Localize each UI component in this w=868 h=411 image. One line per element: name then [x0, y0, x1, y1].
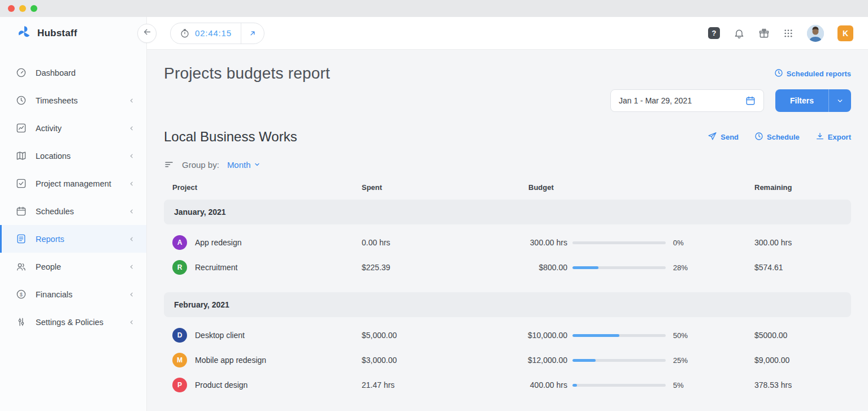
table-row: D Desktop client $5,000.00 $10,000.00 50… — [164, 323, 851, 348]
column-header-budget: Budget — [526, 183, 754, 192]
arrow-left-icon — [142, 27, 152, 39]
group-header: February, 2021 — [164, 292, 851, 317]
clock-icon — [15, 95, 27, 106]
map-icon — [15, 150, 27, 162]
sidebar: Hubstaff Dashboard Timesheets — [0, 17, 147, 411]
project-avatar: D — [172, 328, 187, 343]
clock-icon — [774, 68, 783, 79]
zoom-window-button[interactable] — [31, 5, 37, 12]
sidebar-item-financials[interactable]: $ Financials — [0, 280, 146, 308]
dollar-icon: $ — [15, 289, 27, 300]
window-titlebar — [0, 0, 868, 17]
group-by-dropdown[interactable]: Month — [227, 160, 261, 170]
open-timer-icon[interactable] — [241, 29, 264, 37]
budget-percent: 25% — [673, 356, 696, 365]
scheduled-reports-link[interactable]: Scheduled reports — [774, 68, 851, 79]
send-button[interactable]: Send — [708, 131, 739, 142]
sidebar-item-label: Project management — [36, 179, 127, 188]
app-window: Hubstaff Dashboard Timesheets — [0, 0, 868, 411]
reports-icon — [15, 233, 27, 245]
sidebar-item-people[interactable]: People — [0, 253, 146, 280]
column-header-project: Project — [172, 183, 362, 192]
workspace-badge[interactable]: K — [837, 25, 853, 41]
column-header-spent: Spent — [362, 183, 526, 192]
budget-value: 300.00 hrs — [526, 238, 567, 247]
remaining-value: 300.00 hrs — [754, 238, 851, 247]
project-name[interactable]: Recruitment — [195, 263, 237, 272]
chevron-left-icon — [127, 318, 136, 327]
calendar-icon — [15, 206, 27, 217]
sidebar-item-locations[interactable]: Locations — [0, 142, 146, 170]
settings-icon — [15, 317, 27, 328]
sidebar-nav: Dashboard Timesheets Activity — [0, 50, 146, 336]
group-header: January, 2021 — [164, 200, 851, 224]
chevron-left-icon — [127, 262, 136, 271]
column-header-remaining: Remaining — [754, 183, 851, 192]
topbar: 02:44:15 ? K — [147, 17, 868, 50]
send-icon — [708, 131, 717, 142]
spent-value: 0.00 hrs — [362, 238, 526, 247]
sidebar-item-dashboard[interactable]: Dashboard — [0, 59, 146, 86]
budget-percent: 0% — [673, 239, 696, 247]
chevron-left-icon — [127, 207, 136, 216]
help-icon[interactable]: ? — [708, 27, 720, 39]
filters-button[interactable]: Filters — [775, 89, 851, 112]
sidebar-item-label: Activity — [36, 124, 127, 133]
budget-value: $12,000.00 — [526, 356, 567, 365]
stopwatch-icon — [180, 28, 190, 38]
clock-icon — [754, 132, 763, 142]
organization-title: Local Business Works — [164, 129, 708, 145]
date-range-picker[interactable]: Jan 1 - Mar 29, 2021 — [610, 89, 764, 112]
table-row: R Recruitment $225.39 $800.00 28% $574.6… — [164, 255, 851, 280]
budget-value: $800.00 — [526, 263, 567, 272]
project-name[interactable]: Product design — [195, 380, 248, 390]
project-name[interactable]: Mobile app redesign — [195, 356, 266, 365]
project-name[interactable]: App redesign — [195, 238, 242, 247]
sidebar-item-activity[interactable]: Activity — [0, 114, 146, 142]
budget-value: $10,000.00 — [526, 331, 567, 340]
logo-text: Hubstaff — [37, 28, 77, 39]
budget-progress-bar — [572, 359, 666, 362]
sidebar-item-settings-policies[interactable]: Settings & Policies — [0, 308, 146, 336]
tasks-icon — [15, 178, 27, 189]
sidebar-item-label: Schedules — [36, 207, 127, 216]
project-avatar: A — [172, 235, 187, 250]
hubstaff-logo[interactable]: Hubstaff — [0, 17, 146, 50]
table-row: P Product design 21.47 hrs 400.00 hrs 5%… — [164, 373, 851, 397]
content: Projects budgets report Scheduled report… — [147, 50, 868, 411]
project-name[interactable]: Desktop client — [195, 331, 245, 340]
gift-icon[interactable] — [758, 28, 770, 39]
schedule-button[interactable]: Schedule — [754, 132, 800, 142]
sidebar-item-project-management[interactable]: Project management — [0, 170, 146, 197]
chevron-left-icon — [127, 124, 136, 133]
sidebar-item-label: Settings & Policies — [36, 318, 127, 327]
group-label: January, 2021 — [174, 207, 226, 217]
close-window-button[interactable] — [8, 5, 15, 12]
sidebar-item-reports[interactable]: Reports — [0, 225, 146, 253]
export-button[interactable]: Export — [815, 132, 851, 142]
svg-text:$: $ — [20, 292, 23, 297]
spent-value: $225.39 — [362, 263, 526, 272]
group-by-icon — [164, 159, 174, 170]
sidebar-item-label: Reports — [36, 235, 127, 244]
apps-grid-icon[interactable] — [783, 28, 793, 38]
table-group-january: January, 2021 A App redesign 0.00 hrs 30… — [164, 200, 851, 280]
sidebar-item-schedules[interactable]: Schedules — [0, 197, 146, 225]
schedule-label: Schedule — [767, 133, 800, 141]
budget-percent: 50% — [673, 331, 696, 340]
calendar-icon — [745, 96, 756, 106]
timer-widget[interactable]: 02:44:15 — [170, 23, 264, 44]
filters-label[interactable]: Filters — [775, 89, 828, 112]
remaining-value: $574.61 — [754, 263, 851, 272]
chevron-down-icon — [254, 161, 261, 168]
user-avatar[interactable] — [807, 25, 824, 42]
notifications-bell-icon[interactable] — [734, 28, 745, 39]
filters-dropdown-button[interactable] — [828, 89, 851, 112]
table-group-february: February, 2021 D Desktop client $5,000.0… — [164, 292, 851, 397]
budget-progress-bar — [572, 241, 666, 244]
chevron-left-icon — [127, 152, 136, 161]
minimize-window-button[interactable] — [19, 5, 26, 12]
budget-progress-bar — [572, 384, 666, 387]
sidebar-item-timesheets[interactable]: Timesheets — [0, 86, 146, 114]
back-button[interactable] — [137, 24, 157, 43]
